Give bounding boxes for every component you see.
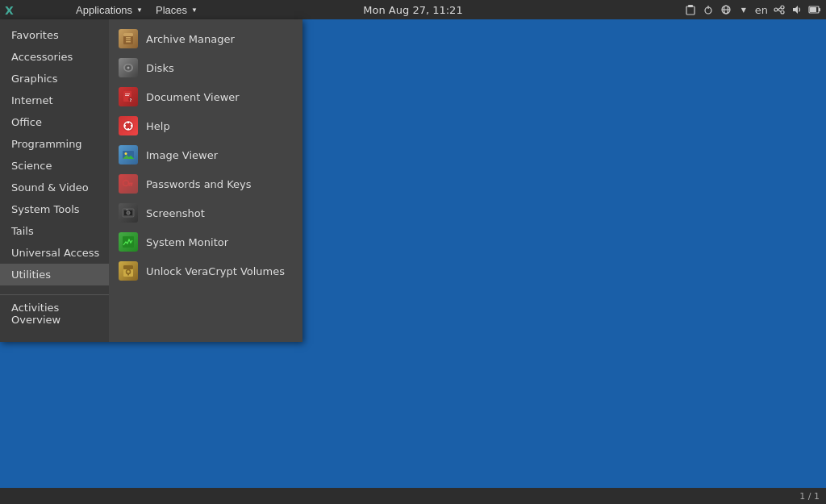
- category-accessories[interactable]: Accessories: [0, 46, 109, 68]
- network-caret[interactable]: ▼: [737, 3, 750, 16]
- app-veracrypt[interactable]: Unlock VeraCrypt Volumes: [109, 256, 302, 285]
- svg-rect-21: [126, 41, 131, 43]
- svg-rect-49: [126, 209, 128, 210]
- svg-rect-15: [819, 8, 820, 11]
- document-viewer-icon: ?: [119, 87, 138, 106]
- archive-manager-label: Archive Manager: [146, 33, 235, 45]
- svg-rect-20: [126, 40, 131, 41]
- svg-rect-52: [123, 265, 133, 269]
- clipboard-icon[interactable]: [684, 3, 697, 16]
- svg-line-11: [778, 8, 781, 10]
- page-indicator: 1 / 1: [799, 491, 820, 502]
- topbar: X Applications ▼ Places ▼ Mon Aug 27, 11…: [0, 0, 826, 19]
- applications-caret: ▼: [136, 6, 143, 14]
- svg-rect-44: [129, 185, 131, 186]
- svg-rect-2: [688, 5, 693, 7]
- screenshot-icon: [119, 203, 138, 223]
- document-viewer-label: Document Viewer: [146, 91, 240, 103]
- places-label: Places: [156, 4, 187, 16]
- app-disks[interactable]: Disks: [109, 53, 302, 82]
- bottombar: 1 / 1: [0, 488, 826, 504]
- svg-text:?: ?: [130, 98, 132, 102]
- language-indicator[interactable]: en: [755, 4, 768, 16]
- topbar-right: ▼ en: [684, 3, 821, 16]
- category-internet[interactable]: Internet: [0, 90, 109, 111]
- passwords-keys-label: Passwords and Keys: [146, 178, 252, 190]
- network-icon[interactable]: [720, 3, 732, 16]
- apps-panel: Archive Manager Disks ?: [109, 19, 302, 342]
- svg-rect-54: [127, 273, 129, 276]
- activities-overview-button[interactable]: Activities Overview: [0, 294, 109, 337]
- svg-rect-16: [810, 7, 816, 12]
- category-office[interactable]: Office: [0, 111, 109, 133]
- help-icon: [119, 116, 138, 135]
- category-tails[interactable]: Tails: [0, 220, 109, 242]
- svg-point-38: [125, 152, 127, 155]
- svg-point-9: [781, 6, 784, 9]
- svg-point-25: [127, 67, 130, 69]
- help-label: Help: [146, 120, 170, 132]
- svg-rect-29: [125, 94, 130, 94]
- connections-icon[interactable]: [773, 3, 786, 16]
- svg-text:X: X: [5, 4, 14, 17]
- svg-rect-19: [126, 37, 131, 39]
- battery-icon[interactable]: [808, 3, 821, 16]
- app-passwords-keys[interactable]: Passwords and Keys: [109, 169, 302, 198]
- passwords-keys-icon: [119, 174, 138, 194]
- category-sound-video[interactable]: Sound & Video: [0, 177, 109, 198]
- svg-rect-42: [128, 183, 133, 185]
- app-screenshot[interactable]: Screenshot: [109, 198, 302, 227]
- topbar-datetime: Mon Aug 27, 11:21: [363, 4, 462, 16]
- image-viewer-label: Image Viewer: [146, 149, 218, 161]
- app-image-viewer[interactable]: Image Viewer: [109, 140, 302, 169]
- category-science[interactable]: Science: [0, 155, 109, 177]
- image-viewer-icon: [119, 145, 138, 165]
- svg-rect-30: [125, 95, 129, 96]
- categories-panel: Favorites Accessories Graphics Internet …: [0, 19, 109, 342]
- app-system-monitor[interactable]: System Monitor: [109, 227, 302, 256]
- topbar-left: X Applications ▼ Places ▼: [5, 0, 204, 19]
- system-monitor-icon: [119, 232, 138, 252]
- screenshot-label: Screenshot: [146, 207, 205, 219]
- category-favorites[interactable]: Favorites: [0, 24, 109, 46]
- app-document-viewer[interactable]: ? Document Viewer: [109, 82, 302, 111]
- category-programming[interactable]: Programming: [0, 133, 109, 155]
- app-archive-manager[interactable]: Archive Manager: [109, 24, 302, 53]
- svg-rect-1: [686, 6, 695, 15]
- archive-manager-icon: [119, 29, 138, 48]
- svg-point-10: [781, 10, 784, 14]
- places-menu-button[interactable]: Places ▼: [149, 0, 204, 19]
- category-utilities[interactable]: Utilities: [0, 264, 109, 285]
- category-graphics[interactable]: Graphics: [0, 68, 109, 90]
- veracrypt-icon: [119, 261, 138, 281]
- app-help[interactable]: Help: [109, 111, 302, 140]
- svg-marker-13: [793, 6, 798, 14]
- system-monitor-label: System Monitor: [146, 236, 228, 248]
- disks-label: Disks: [146, 62, 174, 74]
- applications-menu-button[interactable]: Applications ▼: [69, 0, 149, 19]
- svg-rect-18: [123, 33, 133, 36]
- places-caret: ▼: [191, 6, 198, 14]
- svg-rect-43: [131, 185, 132, 186]
- svg-line-12: [778, 10, 781, 12]
- volume-icon[interactable]: [791, 3, 803, 16]
- category-universal-access[interactable]: Universal Access: [0, 242, 109, 264]
- disks-icon: [119, 58, 138, 77]
- svg-point-41: [123, 181, 129, 186]
- veracrypt-label: Unlock VeraCrypt Volumes: [146, 265, 285, 277]
- svg-point-8: [774, 8, 778, 11]
- applications-label: Applications: [76, 4, 132, 16]
- app-menu: Favorites Accessories Graphics Internet …: [0, 19, 302, 342]
- power-icon[interactable]: [702, 3, 715, 16]
- category-system-tools[interactable]: System Tools: [0, 198, 109, 220]
- svg-point-48: [127, 212, 129, 214]
